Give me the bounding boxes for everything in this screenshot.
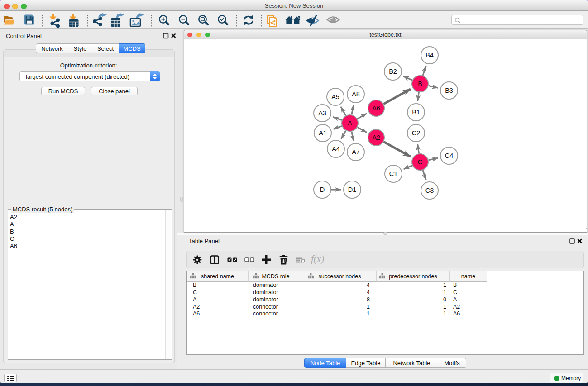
svg-text:C3: C3 [425, 187, 434, 194]
svg-text:A2: A2 [372, 134, 380, 141]
svg-text:C1: C1 [389, 170, 398, 177]
svg-text:B4: B4 [425, 52, 434, 59]
svg-text:B3: B3 [445, 87, 453, 94]
svg-text:B2: B2 [389, 68, 397, 75]
svg-text:A8: A8 [352, 91, 360, 98]
svg-text:A: A [348, 119, 352, 127]
svg-text:B1: B1 [412, 109, 420, 116]
svg-text:C: C [418, 158, 422, 166]
svg-text:A5: A5 [331, 93, 339, 100]
svg-text:B: B [418, 80, 422, 87]
svg-text:A1: A1 [319, 129, 327, 137]
svg-text:C2: C2 [412, 129, 421, 137]
svg-text:A3: A3 [318, 110, 326, 117]
svg-text:A6: A6 [372, 105, 380, 112]
svg-text:A4: A4 [332, 145, 340, 152]
svg-text:C4: C4 [445, 152, 454, 159]
svg-text:A7: A7 [352, 148, 360, 156]
svg-text:D: D [320, 186, 325, 193]
svg-text:D1: D1 [348, 186, 357, 193]
